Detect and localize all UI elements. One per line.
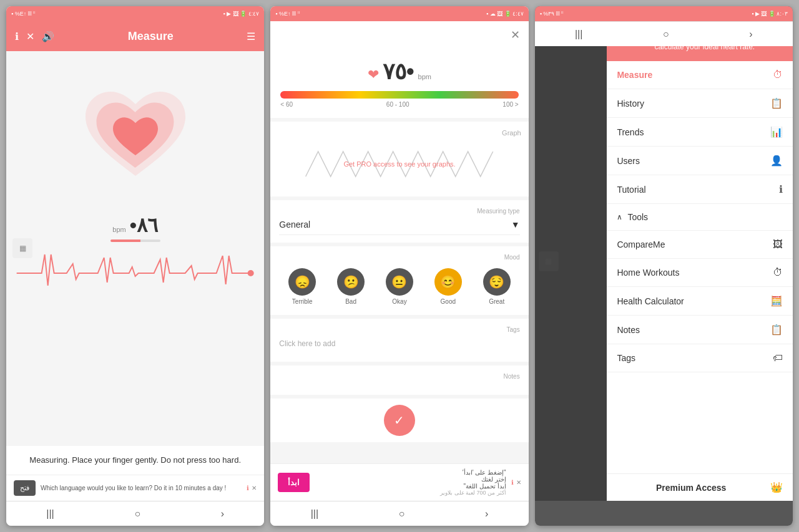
nav-recent[interactable]: ›	[221, 508, 224, 520]
tags-label: Tags	[279, 326, 519, 333]
sound-icon[interactable]: 🔊	[42, 31, 54, 42]
gauge-high: 100 >	[502, 101, 518, 108]
sidebar-label-tutorial: Tutorial	[617, 185, 645, 195]
ad-icons: ℹ ✕	[247, 485, 257, 491]
sidebar-item-compareme[interactable]: CompareMe 🖼	[607, 231, 793, 259]
tags-click-area[interactable]: Click here to add	[279, 333, 519, 354]
sidebar-icon-history: 📋	[770, 97, 783, 109]
mood-terrible[interactable]: 😞 Terrible	[288, 268, 316, 305]
ad-close2[interactable]: ✕	[516, 479, 521, 486]
mood-good-label: Good	[441, 298, 456, 305]
sidebar-label-home-workouts: Home Workouts	[617, 268, 679, 278]
sidebar-label-users: Users	[617, 156, 640, 166]
sidebar-icon-tags: 🏷	[773, 352, 783, 364]
svg-point-0	[248, 270, 254, 276]
nav-home-3[interactable]: ○	[663, 29, 669, 40]
graph-area: Get PRO access to see your graphs.	[278, 139, 521, 189]
sidebar-icon-tutorial: ℹ	[779, 183, 783, 195]
ad-arabic-text: "إضغط على 'ابدأ' إختر لغتك ابدأ تحميل ال…	[315, 469, 506, 496]
mood-section: Mood 😞 Terrible 😕 Bad 😐 Okay	[270, 246, 528, 315]
sidebar-item-notes[interactable]: Notes 📋	[607, 316, 793, 344]
sidebar-item-users[interactable]: Users 👤	[607, 147, 793, 175]
measure-body: ▦ bpm •٨٦	[6, 51, 264, 446]
sidebar-menu: ℹ ✕ 🔊 Specify your age and gender to cal…	[607, 21, 793, 501]
mood-good[interactable]: 😊 Good	[434, 268, 462, 305]
chevron-up-icon: ∧	[617, 213, 622, 221]
nav-back[interactable]: |||	[46, 508, 54, 520]
sidebar-item-health-calculator[interactable]: Health Calculator 🧮	[607, 287, 793, 316]
gauge-mid: 60 - 100	[386, 101, 409, 108]
sidebar-icon-compareme: 🖼	[773, 239, 783, 250]
notes-input[interactable]	[279, 380, 519, 387]
mood-terrible-circle: 😞	[288, 268, 316, 296]
menu-icon[interactable]: ☰	[247, 31, 255, 42]
mood-bad-circle: 😕	[337, 268, 365, 296]
start-button[interactable]: ابدأ	[278, 473, 310, 492]
bpm-label2: bpm	[418, 73, 431, 80]
confirm-button[interactable]: ✓	[384, 405, 415, 436]
dropdown-arrow: ▼	[511, 220, 520, 230]
sidebar-item-trends[interactable]: Trends 📊	[607, 118, 793, 147]
sidebar-items-list: Measure ⏱ History 📋 Trends 📊 Users 👤	[607, 61, 793, 473]
mood-bad-label: Bad	[345, 298, 356, 305]
sidebar-label-notes: Notes	[617, 325, 640, 335]
nav-home-2[interactable]: ○	[399, 508, 405, 520]
measure-footer: Measuring. Place your finger gently. Do …	[6, 446, 264, 475]
screen-sidebar: ▪ %٣٩ lll ˡˡ ▪ ▶ 🖼 🔋 ٨:٠٣ ▦ ℹ ✕ 🔊	[535, 6, 793, 526]
mood-row: 😞 Terrible 😕 Bad 😐 Okay 😊 Good	[279, 261, 519, 307]
widget-icon[interactable]: ▦	[12, 238, 32, 258]
screen-result: ▪ %E↑ lll ˡˡ ▪ ☁ 🖼 🔋 ٤:٤٧ ✕ bpm •٧٥ ❤ < …	[270, 6, 528, 526]
status-bar-1: ▪ %E↑ lll ˡˡ ▪ ▶ 🖼 🔋 ٤:٤٧	[6, 6, 264, 21]
mood-okay[interactable]: 😐 Okay	[386, 268, 413, 305]
mood-great[interactable]: 😌 Great	[483, 268, 511, 305]
mood-bad[interactable]: 😕 Bad	[337, 268, 365, 305]
mood-terrible-label: Terrible	[292, 298, 313, 305]
pro-text[interactable]: Get PRO access to see your graphs.	[343, 160, 455, 168]
nav-recent-3[interactable]: ›	[749, 29, 752, 40]
nav-back-3[interactable]: |||	[575, 29, 582, 40]
sidebar-footer[interactable]: Premium Access 👑	[607, 473, 793, 501]
mood-okay-label: Okay	[392, 298, 406, 305]
bpm-bar	[110, 239, 160, 242]
heart-icon: ❤	[368, 67, 379, 83]
bpm-label: bpm	[112, 226, 125, 233]
sidebar-item-tags[interactable]: Tags 🏷	[607, 344, 793, 372]
info-icon[interactable]: ℹ	[15, 31, 19, 42]
mood-great-label: Great	[489, 298, 504, 305]
ad-text-1: Which language would you like to learn? …	[41, 485, 242, 491]
result-close-button[interactable]: ✕	[511, 28, 520, 42]
bpm-value2: •٧٥	[383, 59, 414, 85]
ad-info2[interactable]: ℹ	[511, 479, 514, 486]
notes-label: Notes	[279, 373, 519, 380]
measuring-type-select[interactable]: General ▼	[279, 215, 519, 235]
sidebar-item-history[interactable]: History 📋	[607, 89, 793, 118]
screen-measure: ▪ %E↑ lll ˡˡ ▪ ▶ 🖼 🔋 ٤:٤٧ ℹ ✕ 🔊 Measure …	[6, 6, 264, 526]
notes-section: Notes	[270, 365, 528, 395]
status-bar-2: ▪ %E↑ lll ˡˡ ▪ ☁ 🖼 🔋 ٤:٤٧	[270, 6, 528, 21]
ad-info-icon[interactable]: ℹ	[247, 485, 249, 491]
nav-bar-1: ||| ○ ›	[6, 501, 264, 526]
ad-open-button[interactable]: فتح	[14, 480, 36, 496]
gauge-labels: < 60 60 - 100 100 >	[280, 101, 518, 108]
nav-home[interactable]: ○	[134, 508, 140, 520]
measure-header: ℹ ✕ 🔊 Measure ☰	[6, 21, 264, 51]
tools-label: Tools	[627, 212, 648, 222]
mood-great-circle: 😌	[483, 268, 511, 296]
nav-recent-2[interactable]: ›	[485, 508, 488, 520]
mood-good-circle: 😊	[434, 268, 462, 296]
sidebar-icon-trends: 📊	[770, 126, 783, 138]
close-bar: ✕	[270, 21, 528, 49]
sidebar-item-home-workouts[interactable]: Home Workouts ⏱	[607, 259, 793, 287]
sidebar-icon-users: 👤	[770, 155, 783, 167]
check-area: ✓	[270, 399, 528, 442]
sidebar-label-health-calculator: Health Calculator	[617, 296, 684, 306]
ad-close-icon[interactable]: ✕	[252, 485, 257, 491]
heart-animation	[73, 76, 198, 201]
status-left-3: ▪ %٣٩ lll ˡˡ	[540, 11, 564, 17]
sidebar-item-tutorial[interactable]: Tutorial ℹ	[607, 175, 793, 204]
sidebar-icon-measure: ⏱	[773, 69, 783, 80]
sidebar-label-history: History	[617, 99, 644, 109]
sidebar-item-measure[interactable]: Measure ⏱	[607, 61, 793, 89]
nav-back-2[interactable]: |||	[311, 508, 318, 520]
close-icon[interactable]: ✕	[26, 31, 34, 42]
